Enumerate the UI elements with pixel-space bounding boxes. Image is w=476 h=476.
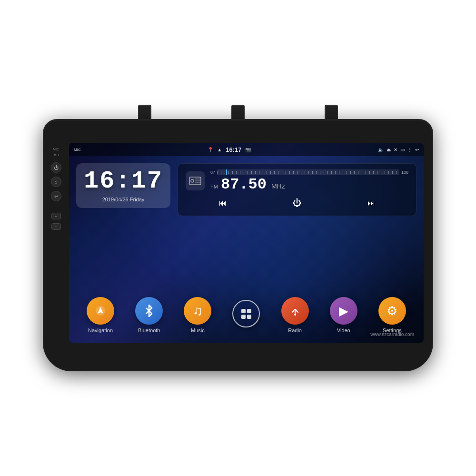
camera-icon: 📷 [245, 147, 251, 152]
side-panel: MIC RST ⏻ ⌂ ↩ + − [43, 143, 69, 324]
volume-icon: 🔈 [378, 147, 384, 152]
status-bar: MIC 📍 ▲ 16:17 📷 🔈 ⏏ ✕ ▭ ⋮ ↩ [69, 143, 424, 156]
radio-band: FM [210, 184, 218, 189]
vol-up-button[interactable]: + [51, 213, 61, 219]
scale-bar [217, 169, 399, 175]
scale-max: 108 [401, 170, 408, 175]
radio-freq-area: 87 108 FM 87.50 M [210, 169, 408, 192]
navigation-label: Navigation [88, 327, 113, 333]
radio-widget[interactable]: 87 108 FM 87.50 M [178, 163, 416, 216]
video-label: Video [337, 327, 350, 333]
mic-label: MIC [53, 148, 59, 151]
settings-icon: ⚙ [378, 297, 406, 325]
app-item-apps[interactable] [232, 300, 260, 330]
more-icon: ⋮ [407, 147, 412, 152]
app-item-music[interactable]: ♫ Music [184, 297, 211, 333]
radio-app-icon [281, 297, 309, 325]
music-icon: ♫ [184, 297, 211, 325]
wifi-icon: ▲ [217, 147, 222, 152]
bluetooth-icon [135, 297, 163, 325]
power-button[interactable]: ⏻ [51, 162, 61, 173]
app-grid: Navigation Bluetooth [76, 292, 416, 336]
screen: MIC 📍 ▲ 16:17 📷 🔈 ⏏ ✕ ▭ ⋮ ↩ [69, 143, 424, 343]
music-label: Music [191, 327, 205, 333]
dot3 [241, 315, 246, 319]
scale-min: 87 [210, 170, 215, 175]
status-time: 16:17 [226, 146, 241, 153]
clock-date: 2019/04/26 Friday [84, 197, 163, 202]
back-icon: ↩ [415, 147, 419, 152]
location-icon: 📍 [208, 147, 213, 152]
app-item-navigation[interactable]: Navigation [87, 297, 114, 333]
svg-point-7 [294, 314, 296, 316]
watermark: www.szcarradio.com [370, 332, 414, 337]
main-content: 16:17 2019/04/26 Friday [69, 156, 424, 343]
dot2 [247, 309, 251, 313]
clock-widget: 16:17 2019/04/26 Friday [76, 163, 170, 208]
apps-dots [239, 307, 253, 321]
car-head-unit: MIC RST ⏻ ⌂ ↩ + − MIC 📍 ▲ 16:17 [43, 105, 433, 371]
radio-icon-box [186, 171, 205, 190]
close-icon: ✕ [394, 147, 397, 152]
app-item-settings[interactable]: ⚙ Settings [378, 297, 406, 333]
status-right: 🔈 ⏏ ✕ ▭ ⋮ ↩ [378, 147, 419, 152]
radio-needle [226, 169, 227, 175]
svg-point-1 [191, 179, 194, 182]
video-icon: ▶ [330, 297, 357, 325]
app-item-radio[interactable]: Radio [281, 297, 309, 333]
radio-unit: MHz [271, 182, 285, 190]
radio-scale: 87 108 [210, 169, 408, 175]
rst-label: RST [53, 153, 60, 157]
home-button[interactable]: ⌂ [51, 177, 61, 187]
navigation-icon [87, 297, 114, 325]
screen-container: MIC 📍 ▲ 16:17 📷 🔈 ⏏ ✕ ▭ ⋮ ↩ [69, 143, 424, 343]
radio-controls: ⏮ ⏻ ⏭ [186, 196, 408, 210]
widgets-row: 16:17 2019/04/26 Friday [76, 163, 416, 292]
radio-app-label: Radio [288, 327, 302, 333]
apps-icon [232, 300, 260, 327]
radio-prev-button[interactable]: ⏮ [213, 197, 232, 209]
mic-status: MIC [74, 148, 81, 152]
app-item-bluetooth[interactable]: Bluetooth [135, 297, 163, 333]
back-button[interactable]: ↩ [51, 191, 61, 201]
window-icon: ▭ [400, 147, 405, 152]
radio-header: 87 108 FM 87.50 M [186, 169, 408, 192]
status-left: MIC [74, 148, 81, 152]
radio-frequency: 87.50 [221, 177, 267, 192]
dot1 [241, 309, 246, 313]
vol-down-button[interactable]: − [51, 223, 61, 230]
dot4 [247, 315, 251, 319]
bluetooth-label: Bluetooth [138, 327, 160, 333]
housing: MIC RST ⏻ ⌂ ↩ + − MIC 📍 ▲ 16:17 [43, 119, 433, 371]
radio-next-button[interactable]: ⏭ [362, 197, 381, 209]
status-center: 📍 ▲ 16:17 📷 [81, 146, 378, 153]
radio-power-button[interactable]: ⏻ [287, 196, 307, 210]
app-item-video[interactable]: ▶ Video [330, 297, 357, 333]
eject-icon: ⏏ [387, 147, 391, 152]
clock-time: 16:17 [84, 169, 163, 194]
